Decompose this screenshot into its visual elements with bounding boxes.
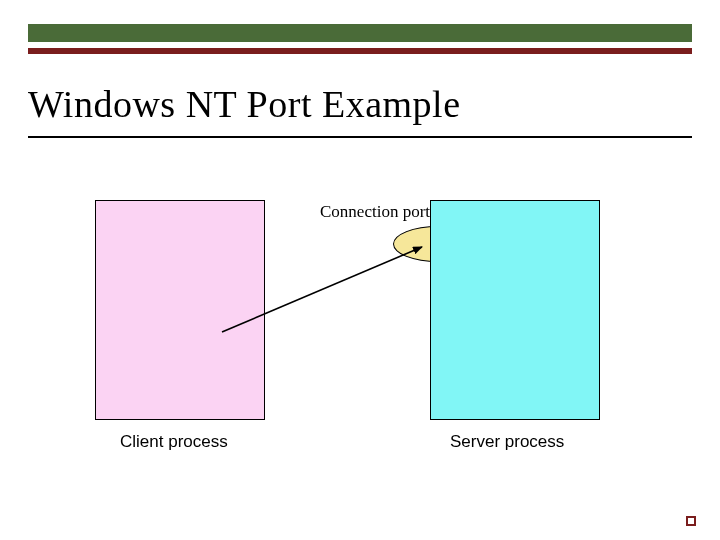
server-process-box <box>430 200 600 420</box>
client-process-box <box>95 200 265 420</box>
server-process-caption: Server process <box>450 432 564 452</box>
slide-corner-marker-icon <box>686 516 696 526</box>
client-process-caption: Client process <box>120 432 228 452</box>
connection-port-label: Connection port <box>320 202 430 222</box>
diagram-canvas: Connection port Client process Server pr… <box>0 0 720 540</box>
